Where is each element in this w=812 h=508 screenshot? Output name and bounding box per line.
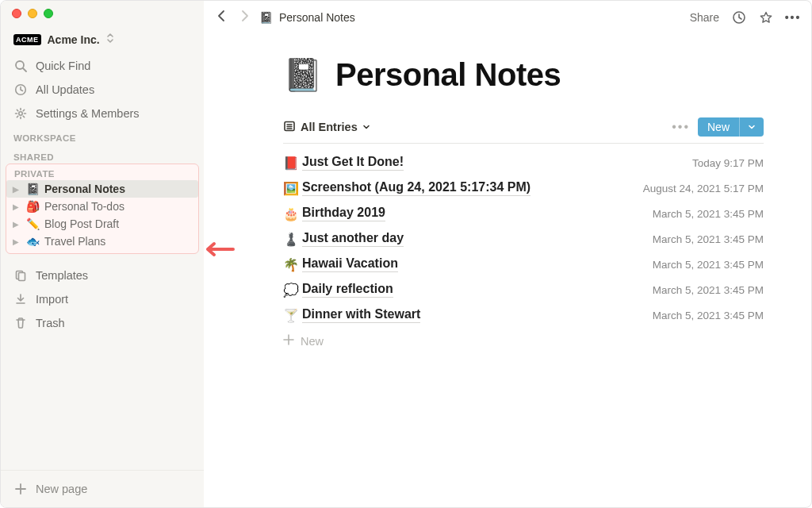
entry-timestamp: March 5, 2021 3:45 PM: [653, 259, 764, 271]
window-traffic-lights[interactable]: [12, 9, 53, 18]
section-shared[interactable]: SHARED: [1, 144, 204, 164]
sidebar-page-personal-notes[interactable]: ▶ 📓 Personal Notes: [6, 180, 198, 198]
entry-icon: 💭: [283, 283, 302, 298]
plus-icon: [13, 482, 28, 496]
close-window[interactable]: [12, 9, 21, 18]
updates-icon[interactable]: [732, 10, 746, 25]
disclosure-icon[interactable]: ▶: [13, 202, 21, 211]
entry-title[interactable]: Just Get It Done!: [302, 155, 404, 171]
new-button-label: New: [698, 117, 739, 137]
new-page-button[interactable]: New page: [1, 470, 204, 507]
svg-point-3: [19, 112, 22, 115]
search-icon: [13, 59, 28, 73]
page-icon: 🎒: [25, 200, 40, 213]
all-updates[interactable]: All Updates: [1, 78, 204, 102]
entry-icon: 🍸: [283, 308, 302, 323]
entry-title[interactable]: Just another day: [302, 231, 404, 247]
breadcrumb-icon: 📓: [259, 11, 273, 24]
entry-row[interactable]: ♟️Just another dayMarch 5, 2021 3:45 PM: [283, 226, 764, 252]
callout-arrow-icon: [203, 240, 235, 259]
new-button-dropdown[interactable]: [739, 117, 764, 137]
svg-line-1: [23, 68, 26, 71]
disclosure-icon[interactable]: ▶: [13, 185, 21, 194]
view-name: All Entries: [301, 121, 358, 133]
entry-row[interactable]: 💭Daily reflectionMarch 5, 2021 3:45 PM: [283, 277, 764, 302]
chevron-down-icon: [362, 121, 370, 133]
favorite-icon[interactable]: [759, 10, 773, 25]
clock-icon: [13, 83, 28, 97]
sidebar: ACME Acme Inc. Quick Find All Updates Se…: [1, 1, 204, 507]
new-page-label: New page: [36, 483, 87, 495]
entry-timestamp: March 5, 2021 3:45 PM: [653, 284, 764, 296]
breadcrumb[interactable]: 📓 Personal Notes: [259, 11, 355, 24]
new-entry-button[interactable]: New: [698, 117, 764, 137]
entry-row[interactable]: 📕Just Get It Done!Today 9:17 PM: [283, 150, 764, 175]
sidebar-page-personal-todos[interactable]: ▶ 🎒 Personal To-dos: [6, 198, 198, 215]
view-switcher[interactable]: All Entries: [283, 120, 370, 135]
all-updates-label: All Updates: [36, 81, 94, 98]
disclosure-icon[interactable]: ▶: [13, 237, 21, 246]
view-options-icon[interactable]: •••: [672, 120, 690, 134]
workspace-switcher[interactable]: ACME Acme Inc.: [1, 29, 204, 54]
sidebar-page-travel-plans[interactable]: ▶ 🐟 Travel Plans: [6, 233, 198, 250]
share-button[interactable]: Share: [690, 11, 719, 24]
entry-timestamp: March 5, 2021 3:45 PM: [653, 208, 764, 220]
entry-title[interactable]: Hawaii Vacation: [302, 256, 398, 272]
templates[interactable]: Templates: [1, 264, 204, 287]
list-icon: [283, 120, 296, 135]
entry-timestamp: March 5, 2021 3:45 PM: [653, 233, 764, 245]
section-workspace[interactable]: WORKSPACE: [1, 125, 204, 144]
quick-find-label: Quick Find: [36, 57, 90, 75]
entry-title[interactable]: Screenshot (Aug 24, 2021 5:17:34 PM): [302, 180, 530, 196]
entry-row[interactable]: 🖼️Screenshot (Aug 24, 2021 5:17:34 PM)Au…: [283, 175, 764, 201]
import[interactable]: Import: [1, 287, 204, 311]
quick-find[interactable]: Quick Find: [1, 54, 204, 78]
entry-row[interactable]: 🍸Dinner with StewartMarch 5, 2021 3:45 P…: [283, 302, 764, 328]
templates-icon: [13, 268, 28, 283]
entry-timestamp: August 24, 2021 5:17 PM: [643, 183, 764, 194]
entry-icon: 🌴: [283, 257, 302, 272]
sidebar-page-blog-draft[interactable]: ▶ ✏️ Blog Post Draft: [6, 215, 198, 233]
settings-members[interactable]: Settings & Members: [1, 102, 204, 125]
entry-title[interactable]: Dinner with Stewart: [302, 307, 420, 323]
entry-row[interactable]: 🎂Birthday 2019March 5, 2021 3:45 PM: [283, 201, 764, 226]
trash-label: Trash: [36, 314, 65, 332]
minimize-window[interactable]: [28, 9, 37, 18]
add-new-entry[interactable]: New: [283, 328, 764, 354]
nav-forward[interactable]: [237, 9, 251, 26]
page-icon: ✏️: [25, 217, 40, 230]
more-icon[interactable]: •••: [786, 10, 800, 25]
entry-title[interactable]: Birthday 2019: [302, 206, 385, 221]
svg-rect-5: [19, 273, 25, 281]
disclosure-icon[interactable]: ▶: [13, 220, 21, 229]
import-label: Import: [36, 291, 68, 308]
entry-timestamp: March 5, 2021 3:45 PM: [653, 310, 764, 321]
entry-icon: ♟️: [283, 232, 302, 247]
settings-members-label: Settings & Members: [36, 105, 140, 122]
entry-icon: 🎂: [283, 206, 302, 221]
private-section-highlight: PRIVATE ▶ 📓 Personal Notes ▶ 🎒 Personal …: [6, 164, 199, 254]
breadcrumb-label: Personal Notes: [279, 11, 355, 24]
trash[interactable]: Trash: [1, 311, 204, 335]
workspace-name: Acme Inc.: [48, 33, 100, 46]
entry-timestamp: Today 9:17 PM: [692, 157, 764, 169]
nav-back[interactable]: [215, 9, 229, 26]
page-title-row: 📓 Personal Notes: [283, 56, 764, 94]
entry-title[interactable]: Daily reflection: [302, 282, 393, 298]
workspace-badge: ACME: [13, 34, 41, 45]
page-title-icon[interactable]: 📓: [283, 56, 323, 94]
entry-row[interactable]: 🌴Hawaii VacationMarch 5, 2021 3:45 PM: [283, 252, 764, 277]
page-label: Blog Post Draft: [44, 217, 119, 230]
section-private[interactable]: PRIVATE: [6, 166, 198, 180]
page-title[interactable]: Personal Notes: [335, 57, 561, 93]
expand-icon: [106, 33, 114, 46]
zoom-window[interactable]: [44, 9, 53, 18]
entry-icon: 🖼️: [283, 181, 302, 196]
import-icon: [13, 292, 28, 306]
gear-icon: [13, 106, 28, 121]
main-area: 📓 Personal Notes Share ••• 📓 Personal No…: [204, 1, 811, 507]
new-entry-label: New: [301, 335, 324, 348]
page-label: Personal To-dos: [44, 200, 124, 213]
trash-icon: [13, 316, 28, 330]
topbar: 📓 Personal Notes Share •••: [204, 1, 811, 31]
